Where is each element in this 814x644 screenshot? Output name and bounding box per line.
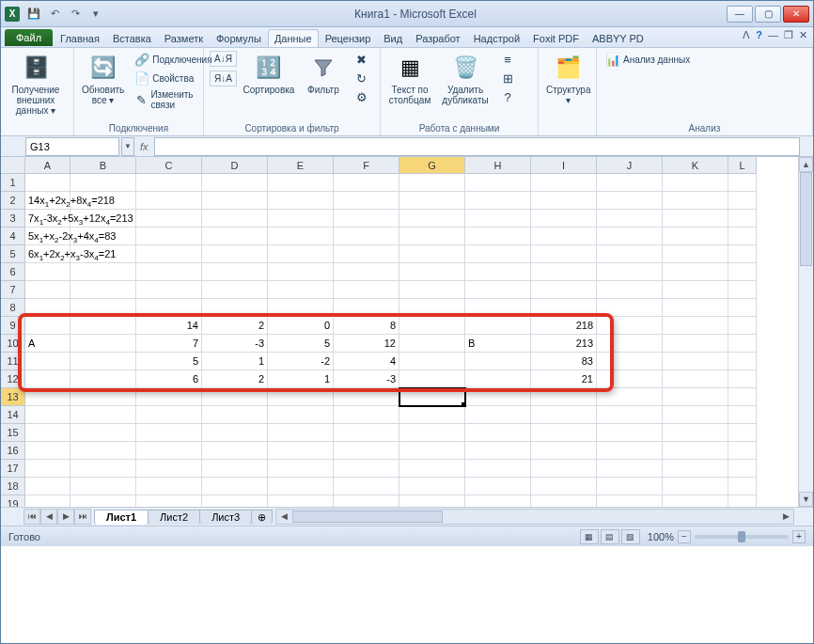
cell-G18[interactable] bbox=[399, 478, 465, 495]
scroll-left-button[interactable]: ◀ bbox=[276, 510, 291, 524]
cell-J10[interactable] bbox=[597, 335, 663, 353]
cell-D17[interactable] bbox=[202, 460, 268, 478]
cell-L8[interactable] bbox=[728, 299, 757, 317]
cell-B8[interactable] bbox=[70, 299, 136, 317]
cell-B9[interactable] bbox=[70, 317, 136, 335]
get-external-data-button[interactable]: 🗄️ Получение внешних данных ▾ bbox=[7, 51, 65, 118]
cell-F7[interactable] bbox=[334, 281, 399, 299]
cell-I7[interactable] bbox=[531, 281, 597, 299]
cell-F13[interactable] bbox=[334, 388, 399, 406]
cell-I9[interactable]: 218 bbox=[531, 317, 597, 335]
cell-H3[interactable] bbox=[465, 210, 531, 228]
cell-D2[interactable] bbox=[202, 192, 268, 210]
cell-G16[interactable] bbox=[399, 442, 465, 460]
sheet-nav-next[interactable]: ▶ bbox=[57, 509, 74, 525]
cell-J13[interactable] bbox=[597, 388, 663, 406]
data-validation-button[interactable]: ≡ bbox=[497, 51, 518, 68]
row-header-14[interactable]: 14 bbox=[1, 406, 25, 424]
advanced-filter-button[interactable]: ⚙ bbox=[352, 88, 372, 105]
col-header-F[interactable]: F bbox=[334, 157, 399, 174]
cell-L1[interactable] bbox=[728, 174, 757, 192]
row-header-13[interactable]: 13 bbox=[1, 388, 25, 406]
cell-A7[interactable] bbox=[25, 281, 70, 299]
cell-D13[interactable] bbox=[202, 388, 268, 406]
cell-E14[interactable] bbox=[268, 406, 334, 424]
cell-J19[interactable] bbox=[597, 495, 663, 507]
scroll-right-button[interactable]: ▶ bbox=[778, 510, 793, 524]
cell-J14[interactable] bbox=[597, 406, 663, 424]
cell-D18[interactable] bbox=[202, 478, 268, 495]
cell-D4[interactable] bbox=[202, 228, 268, 245]
cell-A5[interactable]: 6x1+2x2+x3-3x4=21 bbox=[25, 245, 70, 263]
cell-E4[interactable] bbox=[268, 228, 334, 245]
cell-A9[interactable] bbox=[25, 317, 70, 335]
cell-F15[interactable] bbox=[334, 424, 399, 442]
cell-B7[interactable] bbox=[70, 281, 136, 299]
cell-F3[interactable] bbox=[334, 210, 399, 228]
cell-K18[interactable] bbox=[663, 478, 728, 495]
row-header-9[interactable]: 9 bbox=[1, 317, 25, 335]
cell-D3[interactable] bbox=[202, 210, 268, 228]
cell-K14[interactable] bbox=[663, 406, 728, 424]
cell-A8[interactable] bbox=[25, 299, 70, 317]
view-normal-button[interactable]: ▦ bbox=[580, 529, 599, 544]
filter-button[interactable]: Фильтр bbox=[301, 51, 346, 97]
col-header-G[interactable]: G bbox=[399, 157, 465, 174]
doc-minimize-icon[interactable]: — bbox=[768, 29, 778, 41]
cell-I1[interactable] bbox=[531, 174, 597, 192]
cell-G2[interactable] bbox=[399, 192, 465, 210]
sort-asc-button[interactable]: А↓Я bbox=[210, 51, 237, 67]
cell-J5[interactable] bbox=[597, 245, 663, 263]
cell-L9[interactable] bbox=[728, 317, 757, 335]
row-header-5[interactable]: 5 bbox=[1, 245, 25, 263]
cell-A6[interactable] bbox=[25, 263, 70, 281]
cell-G3[interactable] bbox=[399, 210, 465, 228]
cell-F6[interactable] bbox=[334, 263, 399, 281]
cell-J11[interactable] bbox=[597, 353, 663, 370]
properties-button[interactable]: 📄Свойства bbox=[132, 70, 214, 86]
col-header-K[interactable]: K bbox=[663, 157, 728, 174]
cell-G4[interactable] bbox=[399, 228, 465, 245]
cell-B11[interactable] bbox=[70, 353, 136, 370]
cell-E10[interactable]: 5 bbox=[268, 335, 334, 353]
cell-C9[interactable]: 14 bbox=[136, 317, 202, 335]
cell-L17[interactable] bbox=[728, 460, 757, 478]
cell-G9[interactable] bbox=[399, 317, 465, 335]
ribbon-tab-рецензир[interactable]: Рецензир bbox=[319, 29, 378, 47]
zoom-out-button[interactable]: − bbox=[678, 530, 691, 543]
cell-D19[interactable] bbox=[202, 495, 268, 507]
cell-I17[interactable] bbox=[531, 460, 597, 478]
cell-K15[interactable] bbox=[663, 424, 728, 442]
cell-J6[interactable] bbox=[597, 263, 663, 281]
view-layout-button[interactable]: ▤ bbox=[601, 529, 619, 544]
cell-F14[interactable] bbox=[334, 406, 399, 424]
new-sheet-button[interactable]: ⊕ bbox=[251, 510, 273, 525]
cell-B13[interactable] bbox=[70, 388, 136, 406]
cell-I8[interactable] bbox=[531, 299, 597, 317]
ribbon-tab-разработ[interactable]: Разработ bbox=[409, 29, 466, 47]
row-header-6[interactable]: 6 bbox=[1, 263, 25, 281]
cell-B17[interactable] bbox=[70, 460, 136, 478]
cell-D11[interactable]: 1 bbox=[202, 353, 268, 370]
cell-C10[interactable]: 7 bbox=[136, 335, 202, 353]
cell-H18[interactable] bbox=[465, 478, 531, 495]
cell-E12[interactable]: 1 bbox=[268, 370, 334, 388]
ribbon-minimize-icon[interactable]: ᐱ bbox=[743, 29, 750, 41]
cell-G7[interactable] bbox=[399, 281, 465, 299]
cell-F5[interactable] bbox=[334, 245, 399, 263]
ribbon-tab-разметк[interactable]: Разметк bbox=[158, 29, 210, 47]
col-header-I[interactable]: I bbox=[531, 157, 597, 174]
cell-B15[interactable] bbox=[70, 424, 136, 442]
cell-G15[interactable] bbox=[399, 424, 465, 442]
cell-G14[interactable] bbox=[399, 406, 465, 424]
row-header-1[interactable]: 1 bbox=[1, 174, 25, 192]
cell-G5[interactable] bbox=[399, 245, 465, 263]
cell-C11[interactable]: 5 bbox=[136, 353, 202, 370]
redo-button[interactable]: ↷ bbox=[67, 6, 84, 23]
cell-B18[interactable] bbox=[70, 478, 136, 495]
cell-C13[interactable] bbox=[136, 388, 202, 406]
row-header-10[interactable]: 10 bbox=[1, 335, 25, 353]
sort-desc-button[interactable]: Я↓А bbox=[210, 71, 237, 86]
cell-I2[interactable] bbox=[531, 192, 597, 210]
cell-L14[interactable] bbox=[728, 406, 757, 424]
